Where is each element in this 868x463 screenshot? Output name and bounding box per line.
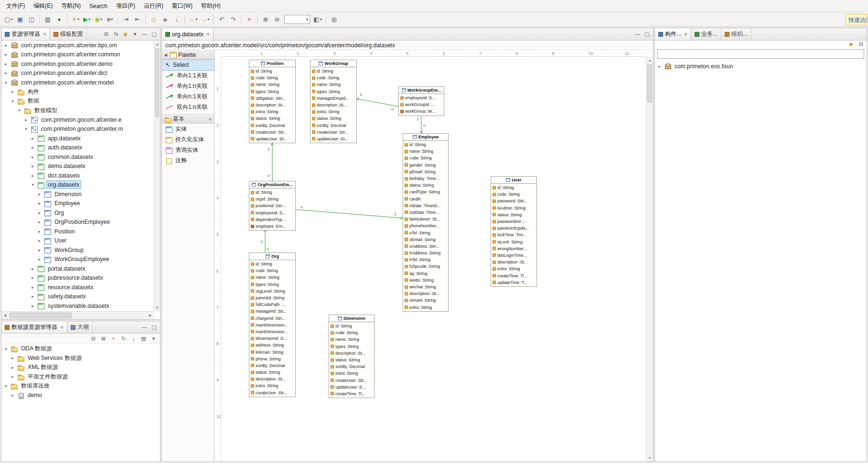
collapse-all-icon[interactable]: ⊟ [857,42,865,47]
entity-workgroupemployee[interactable]: WorkGroupEm...employeeId :S...workGroupI… [398,86,444,116]
expanded-arrow-icon[interactable]: ▾ [10,99,15,104]
entity-field[interactable]: name :String [311,81,356,88]
console-button[interactable]: ▥ [42,14,53,25]
entity-field[interactable]: status :String [329,357,374,363]
tool-comment[interactable]: 注释 [162,155,214,166]
entity-field[interactable]: password :Stri... [491,198,536,204]
collapsed-arrow-icon[interactable]: ▸ [10,374,15,379]
tree-item[interactable]: ▸com.primeton.gocom.afcenter.dict [1,69,154,78]
entity-field[interactable]: sortBy :Decimal [249,122,295,129]
collapsed-arrow-icon[interactable]: ▸ [37,257,42,262]
collapsed-arrow-icon[interactable]: ▸ [3,62,9,66]
minimize-icon[interactable]: — [141,325,148,330]
entity-field[interactable]: code :String [491,191,536,198]
run-button[interactable]: ▶▾ [81,14,92,25]
tree-item[interactable]: ▸com.primeton.eos.foun [655,62,867,71]
entity-field[interactable]: status :String [491,211,536,218]
maximize-icon[interactable]: ▢ [150,32,158,37]
expanded-arrow-icon[interactable]: ▾ [23,126,29,131]
expanded-arrow-icon[interactable]: ▾ [3,347,9,351]
entity-field[interactable]: id :String [249,261,295,267]
menu-item[interactable]: 项目(P) [112,0,139,12]
link-with-editor-icon[interactable]: ⇆ [112,32,119,37]
coverage-button[interactable]: ◉▾ [93,14,104,25]
tree-item[interactable]: ▸OrgPositionEmployee [1,218,154,227]
tree-item[interactable]: ▸portal.datasetx [1,264,154,274]
tool-query-entity[interactable]: 查询实体 [162,145,214,155]
tree-item[interactable]: ▾数据 [1,96,154,106]
entity-field[interactable]: extra :String [311,108,356,115]
save-button[interactable]: ▣ [14,14,25,25]
entity-field[interactable]: parentId :String [249,295,295,301]
filter-input[interactable] [657,49,864,59]
collapsed-arrow-icon[interactable]: ▸ [37,201,42,206]
menu-item[interactable]: 帮助(H) [197,0,225,12]
collapsed-arrow-icon[interactable]: ▸ [30,266,35,271]
collapsed-arrow-icon[interactable]: ▸ [37,192,42,197]
entity-field[interactable]: createUser :Str... [311,129,356,136]
entity-field[interactable]: createUser :Str... [329,377,374,384]
entity-field[interactable]: birthday :Time... [403,175,448,182]
tree-item[interactable]: ▸com.primeton.gocom.afcenter.bps.om [1,41,154,50]
entity-field[interactable]: name :String [249,274,295,281]
quick-access-button[interactable]: 快速访问 [846,14,868,25]
entity-field[interactable]: extra :String [249,382,295,389]
view-menu-icon[interactable]: ▾ [150,336,157,341]
palette-drawer-basic[interactable]: 基本 « [162,114,214,124]
tree-item[interactable]: ▾数据库连接 [1,381,160,391]
collapsed-arrow-icon[interactable]: ▸ [30,136,35,141]
entity-field[interactable]: code :String [403,155,448,161]
collapse-all-icon[interactable]: ⊟ [103,32,110,37]
entity-field[interactable]: description :St... [329,350,374,357]
entity-field[interactable]: status :String [311,115,356,122]
entity-field[interactable]: dimensionId :S... [249,335,295,342]
collapsed-arrow-icon[interactable]: ▸ [30,304,35,308]
entity-field[interactable]: hZipcode :String [403,263,448,270]
collapsed-arrow-icon[interactable]: ▸ [3,71,9,75]
entity-field[interactable]: linkman :String [249,348,295,355]
tree-item[interactable]: ▸common.datasetx [1,152,154,162]
tree-item[interactable]: ▸WorkGroup [1,245,154,255]
entity-workgroup[interactable]: WorkGroupid :Stringcode :Stringname :Str… [310,60,357,143]
entity-field[interactable]: name :String [249,81,295,88]
scrollbar-thumb[interactable] [647,64,652,103]
step-button[interactable]: ⇤ [132,14,143,25]
zoom-level-combo[interactable]: ▾ [284,15,310,24]
scroll-down-icon[interactable]: ▼ [646,454,653,462]
new-datasource-icon[interactable]: + [110,336,117,341]
entity-field[interactable]: createUser :Str... [249,389,295,396]
entity-field[interactable]: outDate :Time... [403,209,448,216]
entity-position[interactable]: Positionid :Stringcode :Stringname :Stri… [249,60,296,143]
entity-field[interactable]: id :String [311,68,356,74]
entity-field[interactable]: hAddress :String [403,250,448,256]
tree-item[interactable]: ▸构件 [1,87,154,97]
entity-field[interactable]: positionId :Stri... [249,202,295,209]
tree-item[interactable]: ▾com.primeton.gocom.afcenter.m [1,125,154,134]
entity-field[interactable]: code :String [249,267,295,274]
entity-field[interactable]: obligation :Stri... [249,95,295,102]
collapsed-arrow-icon[interactable]: ▸ [10,89,15,94]
tree-item[interactable]: ▸Dimension [1,189,154,199]
scroll-right-icon[interactable]: ▶ [147,312,154,319]
entity-field[interactable]: id :String [249,189,295,196]
entity-field[interactable]: isAdmin :String [491,205,536,211]
tree-item[interactable]: ▸XML 数据源 [1,363,160,372]
tree-item[interactable]: ▸app.datasetx [1,134,154,143]
tree-item[interactable]: ▸平面文件数据源 [1,372,160,382]
zoom-out-button[interactable]: ⊖ [271,14,282,25]
entity-field[interactable]: extra :String [491,265,536,272]
entity-field[interactable]: lastLoginTime... [491,252,536,259]
new-button[interactable]: ▢▾ [3,14,14,25]
scrollbar-thumb[interactable] [155,48,159,117]
entity-field[interactable]: extra :String [403,304,448,311]
menu-item[interactable]: 运行(R) [139,0,168,12]
last-edit-button[interactable]: ↶ [216,14,227,25]
entity-employee[interactable]: Employeeid :Stringname :Stringcode :Stri… [403,133,449,312]
relationship-org-orgpositionemployee[interactable]: 1n [260,230,269,253]
tree-item[interactable]: ▸com.primeton.gocom.afcenter.demo [1,59,154,69]
scroll-left-icon[interactable]: ◀ [1,312,9,319]
collapsed-arrow-icon[interactable]: ▸ [30,164,35,168]
entity-field[interactable]: createTime :Ti... [491,272,536,279]
tool-rel-1to1[interactable]: 单向1:1关联 [162,70,214,81]
open-resource-button[interactable]: ◈ [160,14,171,25]
